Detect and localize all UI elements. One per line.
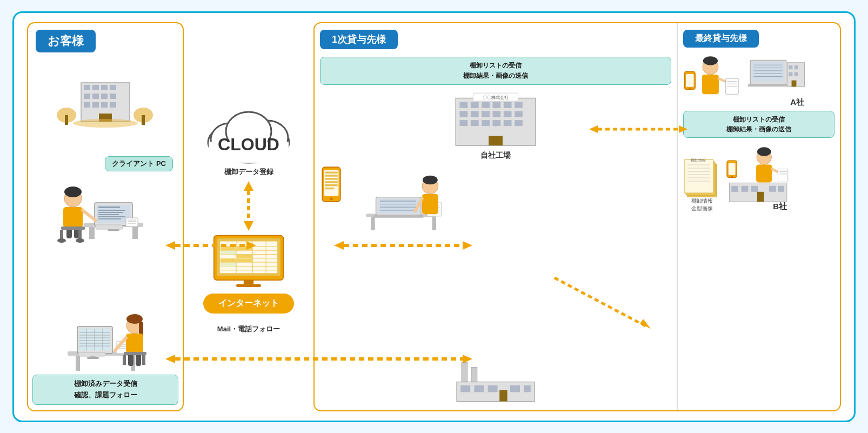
ichiji-title: 1次貸与先様 [320,30,398,49]
panel-ichiji: 1次貸与先様 棚卸リストの受信棚卸結果・画像の送信 [315,23,677,410]
factory-bottom-ichiji [320,355,671,404]
company-a-label: A社 [790,97,804,108]
svg-rect-115 [492,102,500,108]
okyakusama-title: お客様 [36,30,96,52]
building-illustration [36,61,175,131]
svg-rect-12 [92,102,99,108]
svg-rect-165 [488,385,498,392]
svg-rect-158 [422,194,438,214]
svg-rect-108 [221,263,236,266]
svg-rect-17 [142,115,145,125]
svg-rect-126 [482,120,490,126]
company-a-building-svg [747,53,806,96]
svg-rect-151 [373,215,424,218]
svg-rect-206 [756,165,772,183]
svg-rect-127 [492,120,500,126]
bottom-badge-okyakusama: 棚卸済みデータ受信確認、課題フォロー [32,375,178,405]
svg-rect-109 [244,280,253,284]
svg-point-141 [330,197,332,200]
svg-rect-107 [237,259,252,262]
vertical-arrow-svg [241,179,257,233]
svg-rect-128 [504,120,512,126]
svg-rect-1 [65,115,68,125]
saishuu-b-svg [724,143,789,203]
svg-text:棚卸情報: 棚卸情報 [691,158,706,162]
monitor-illustration [208,233,289,292]
svg-rect-143 [371,217,375,230]
client-person-svg [46,171,165,247]
svg-rect-25 [98,210,125,211]
svg-rect-21 [132,227,138,239]
svg-point-205 [757,148,771,157]
svg-rect-113 [471,102,479,108]
svg-rect-219 [778,186,784,192]
svg-rect-144 [432,217,436,230]
svg-rect-104 [221,251,236,254]
svg-line-36 [83,210,96,221]
svg-rect-76 [124,352,146,355]
svg-rect-196 [684,159,713,193]
data-label: 棚卸データ登録 [224,167,273,177]
svg-rect-32 [96,225,123,229]
svg-rect-6 [110,85,116,90]
mail-label-container: Mail・電話フォロー [217,324,280,334]
panel-okyakusama: お客様 [27,22,184,411]
svg-rect-218 [769,186,776,192]
svg-rect-103 [237,247,252,250]
svg-text:CLOUD: CLOUD [218,135,279,154]
svg-rect-3 [84,85,90,90]
svg-marker-86 [244,181,253,191]
svg-rect-189 [789,65,792,69]
svg-rect-29 [98,218,121,219]
svg-rect-5 [101,85,108,90]
internet-label: インターネット [203,294,294,314]
svg-rect-167 [524,385,531,392]
svg-point-179 [689,87,691,89]
ichiji-company-section: 〇〇株式会社 自社工場 [320,88,671,161]
svg-rect-136 [325,175,338,176]
cloud-svg: CLOUD [195,99,303,169]
self-factory-label: 自社工場 [480,151,511,161]
svg-point-42 [57,238,66,243]
main-diagram: お客様 [12,11,856,422]
person-b-area: B社 [724,143,789,212]
saishuu-title: 最終貸与先様 [683,30,759,48]
svg-point-170 [703,56,718,65]
svg-rect-164 [474,385,484,392]
svg-rect-116 [504,102,512,108]
svg-rect-4 [92,85,99,90]
svg-marker-88 [244,221,253,231]
paper-label-b: 棚卸情報金型画像 [691,197,713,212]
building-svg [51,61,159,131]
mail-label: Mail・電話フォロー [217,324,280,334]
svg-rect-35 [63,207,83,228]
svg-rect-27 [98,214,119,215]
svg-rect-129 [515,120,523,126]
svg-rect-220 [757,192,764,202]
saishuu-person-a-svg [683,53,743,107]
svg-rect-130 [489,136,503,145]
svg-rect-161 [471,367,477,382]
svg-rect-135 [325,171,338,173]
company-a-section: A社 [747,53,806,108]
svg-rect-14 [110,102,116,108]
svg-rect-168 [499,390,507,401]
svg-rect-216 [742,186,749,192]
svg-rect-39 [61,227,85,230]
center-section: CLOUD 棚卸データ登録 [184,22,313,411]
svg-rect-10 [110,94,116,99]
svg-rect-122 [504,111,512,117]
svg-rect-140 [325,188,334,189]
paper-stack-svg: 棚卸情報 [683,154,721,197]
svg-rect-72 [126,334,143,353]
svg-rect-114 [482,102,490,108]
svg-rect-124 [460,120,468,126]
svg-rect-191 [789,72,792,76]
female-person-svg [46,297,165,378]
svg-point-18 [73,119,138,128]
svg-rect-217 [751,186,758,192]
svg-rect-63 [87,357,99,359]
ichiji-note-top: 棚卸リストの受信棚卸結果・画像の送信 [320,57,671,85]
svg-rect-178 [686,74,694,87]
svg-rect-49 [76,356,80,371]
